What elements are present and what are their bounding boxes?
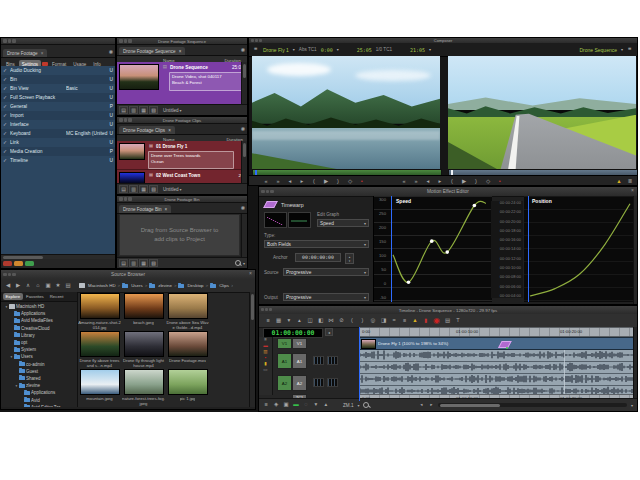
audio-scrub-icon[interactable]: ▲ (616, 179, 622, 185)
segment-splice-icon[interactable]: ⋈ (328, 318, 334, 324)
tree-item-users[interactable]: ▾Users (1, 353, 77, 360)
footage-bin-tab[interactable]: Drone Footage Bin× (119, 205, 171, 213)
menu-icon[interactable]: ≡ (263, 402, 269, 408)
text-tool-icon[interactable]: T (455, 318, 461, 324)
close-icon[interactable]: × (631, 187, 634, 193)
audio-meter-box[interactable] (327, 356, 338, 365)
audio-waveform-lane[interactable] (359, 350, 637, 362)
chevron-down-icon[interactable]: ▾ (429, 47, 431, 52)
close-icon[interactable]: × (179, 49, 182, 54)
frame-view-icon[interactable]: ▦ (139, 185, 148, 193)
a2-record-track-button[interactable]: A2 (277, 375, 292, 391)
step-backward-icon[interactable]: ◂ (287, 179, 293, 185)
settings-row[interactable]: ✓Audio DuckingU (1, 66, 115, 75)
tree-item-avid-mediafiles[interactable]: Avid MediaFiles (1, 317, 77, 324)
tree-item-opt[interactable]: opt (1, 339, 77, 346)
audio-meter-box[interactable] (313, 378, 324, 387)
search-icon[interactable] (363, 402, 370, 409)
file-item[interactable]: Drone above Sea Wave Golde...d.mp4 (166, 293, 209, 330)
tab-recent[interactable]: Recent (47, 293, 66, 300)
speed-graph[interactable]: 300250200150100500-50 Speed (373, 196, 492, 302)
text-view-icon[interactable]: ▥ (129, 185, 138, 193)
menu-icon[interactable]: ≣ (627, 47, 633, 52)
tree-item-system[interactable]: System (1, 346, 77, 353)
caret-down-icon[interactable]: ▾ (313, 402, 319, 408)
tree-item-macintosh-hd[interactable]: ▾Macintosh HD (1, 303, 77, 310)
speed-curve[interactable] (391, 196, 492, 302)
clips-bin-tab[interactable]: Drone Footage Clips× (119, 126, 175, 134)
keyframe-dot[interactable] (445, 250, 449, 254)
grid-view-icon[interactable]: ▦ (276, 318, 282, 324)
audio-scrub-icon[interactable]: ▲ (412, 318, 418, 324)
tree-item-library[interactable]: Library (1, 332, 77, 339)
favorite-icon[interactable]: ★ (55, 283, 61, 289)
settings-row[interactable]: ✓Full Screen PlaybackU (1, 93, 115, 102)
play-icon[interactable]: ▶ (461, 179, 467, 185)
script-view-icon[interactable]: ▧ (149, 185, 158, 193)
settings-row[interactable]: ✓TimelineU (1, 156, 115, 165)
source-monitor-image[interactable] (252, 56, 440, 169)
rewind-icon[interactable]: « (263, 179, 269, 185)
source-select[interactable]: Progressive▾ (283, 268, 369, 276)
record-icon[interactable]: ▪ (359, 179, 365, 185)
sequence-note[interactable]: Drone Video, shot 040117Beach & Forest (169, 72, 247, 91)
audio-track-lanes[interactable] (359, 350, 637, 394)
timeline-quality-icon[interactable]: ▬ (293, 402, 299, 408)
file-item[interactable]: Drone fly through light house.mp4 (122, 331, 165, 368)
brief-view-icon[interactable]: ▤ (119, 106, 128, 114)
video-clip-segment[interactable]: Drone Fly 1 (100% to 198% to 34%) (359, 337, 637, 350)
footage-bin-titlebar[interactable]: Drone Footage Bin (117, 196, 247, 203)
record-track-icon[interactable]: ▪ (263, 356, 269, 361)
breadcrumb-segment[interactable]: Desktop (187, 283, 203, 288)
collapse-left-icon[interactable]: ◂ (418, 403, 424, 408)
step-button[interactable]: ◂ (325, 328, 333, 336)
tree-item-co-admin[interactable]: co-admin (1, 361, 77, 368)
settings-row[interactable]: ✓LinkU (1, 138, 115, 147)
settings-row[interactable]: ✓Media CreationP (1, 147, 115, 156)
chevron-down-icon[interactable]: ▾ (631, 403, 633, 408)
timeline-scrollbar[interactable] (633, 327, 637, 399)
menu-icon[interactable]: ≣ (253, 47, 259, 52)
keyframe-dot[interactable] (473, 204, 477, 208)
file-item[interactable]: Drone fly above trees and s...n.mp4 (78, 331, 121, 368)
forward-icon[interactable]: ▶ (15, 283, 21, 289)
settings-row[interactable]: ✓InterfaceU (1, 120, 115, 129)
gear-icon[interactable]: ✱ (240, 126, 245, 132)
audio-waveform-lane[interactable] (359, 362, 637, 374)
close-icon[interactable]: × (168, 128, 171, 133)
project-tab[interactable]: Drone Footage× (3, 49, 47, 57)
tc-type2-label[interactable]: 1/0 TC1 (376, 47, 392, 52)
capture-icon[interactable]: ▤ (65, 283, 71, 289)
text-view-icon[interactable]: ▥ (129, 259, 138, 267)
sequence-clip-row[interactable]: ▤ Drone Sequence 25:0 Drone Video, shot … (117, 62, 242, 107)
file-item[interactable]: Amazing-nature-shot-2014.jpg (78, 293, 121, 330)
brief-view-icon[interactable]: ▤ (119, 259, 128, 267)
settings-row[interactable]: ✓GeneralP (1, 102, 115, 111)
toggle-icon[interactable]: ◈ (273, 402, 279, 408)
a2-source-track-button[interactable]: A2 (292, 375, 307, 391)
script-view-icon[interactable]: ▧ (149, 106, 158, 114)
playhead[interactable] (528, 196, 529, 302)
timeline-ruler[interactable]: 0:0001:00:10:0001:00:20:00 (359, 327, 637, 337)
audio-loop-icon[interactable]: ◌ (303, 402, 309, 408)
color-palette-icon[interactable]: ▥ (263, 350, 269, 355)
step-forward-icon[interactable]: ▸ (437, 179, 443, 185)
playhead[interactable] (391, 196, 392, 302)
tree-item-avid[interactable]: Avid (1, 396, 77, 403)
a1-record-track-button[interactable]: A1 (277, 353, 292, 369)
lock-tool-icon[interactable]: ▭ (263, 368, 269, 373)
mark-clip-icon[interactable]: ◇ (485, 179, 491, 185)
list-view-icon[interactable]: ▤ (444, 318, 450, 324)
step-backward-icon[interactable]: ◂ (425, 179, 431, 185)
frame-view-icon[interactable]: ▦ (139, 106, 148, 114)
v1-record-track-button[interactable]: V1 (277, 338, 292, 349)
segment-overwrite-icon[interactable]: ◧ (318, 318, 324, 324)
marker-tool-icon[interactable]: ▮ (263, 362, 269, 367)
gear-icon[interactable]: ✱ (240, 47, 245, 53)
frame-view-icon[interactable]: ▦ (139, 259, 148, 267)
new-folder-icon[interactable]: ▣ (45, 283, 51, 289)
bin-scrollbar[interactable] (241, 62, 247, 105)
track-menu-icon[interactable]: ≡ (263, 338, 269, 343)
gear-icon[interactable]: ✱ (108, 49, 113, 55)
video-quality-icon[interactable]: ▣ (283, 402, 289, 408)
